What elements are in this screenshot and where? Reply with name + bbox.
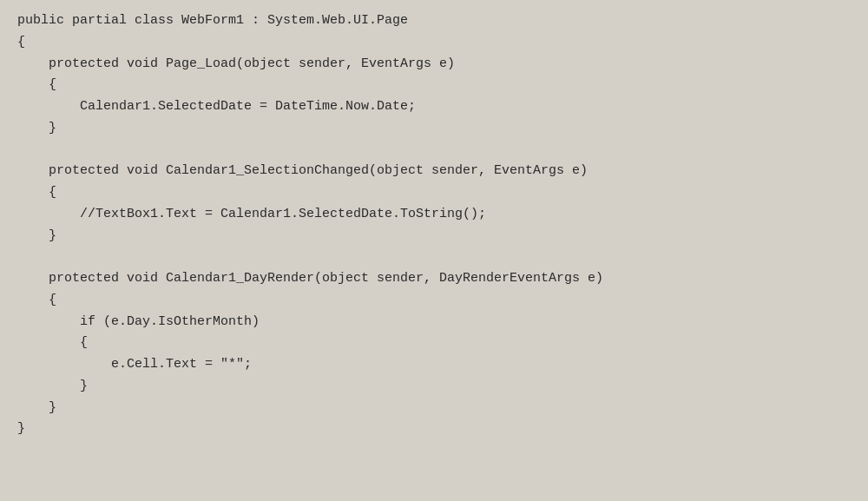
code-line: } [17,419,851,440]
code-line: { [17,290,851,312]
code-line-empty [17,247,851,268]
code-editor: public partial class WebForm1 : System.W… [0,0,868,501]
code-line: protected void Page_Load(object sender, … [17,54,851,76]
code-line: Calendar1.SelectedDate = DateTime.Now.Da… [17,96,851,118]
code-line: } [17,118,851,140]
code-line: { [17,333,851,354]
code-line: if (e.Day.IsOtherMonth) [17,312,851,333]
code-line: //TextBox1.Text = Calendar1.SelectedDate… [17,204,851,226]
code-line: } [17,398,851,419]
code-line: public partial class WebForm1 : System.W… [17,10,851,32]
code-line: e.Cell.Text = "*"; [17,354,851,376]
code-block: public partial class WebForm1 : System.W… [17,10,851,440]
code-line: { [17,75,851,96]
code-line: protected void Calendar1_SelectionChange… [17,161,851,182]
code-line: { [17,182,851,204]
code-line: } [17,226,851,247]
code-line: protected void Calendar1_DayRender(objec… [17,268,851,290]
code-line: { [17,32,851,54]
code-line: } [17,376,851,398]
code-line-empty [17,140,851,162]
